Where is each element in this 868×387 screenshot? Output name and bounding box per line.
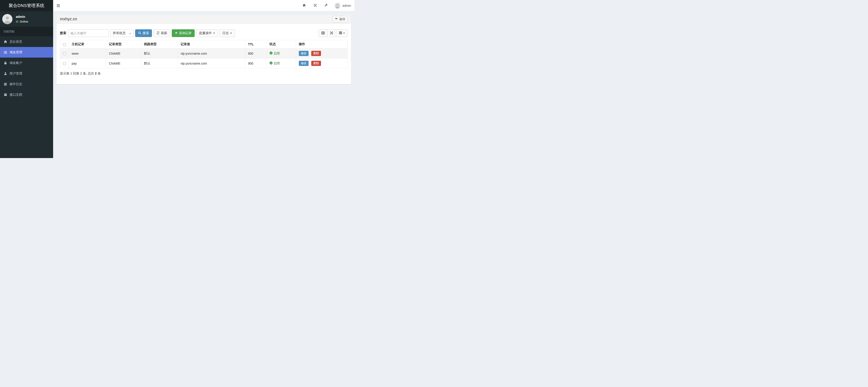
nav-user-menu[interactable]: admin [332, 0, 354, 11]
home-icon [3, 40, 7, 43]
top-navbar: admin [53, 0, 354, 11]
sidebar-item-dashboard[interactable]: 后台首页 [0, 36, 53, 47]
search-icon [138, 31, 143, 35]
row-checkbox[interactable] [63, 62, 66, 65]
sidebar-username: admin [16, 15, 28, 19]
toggle-view-button[interactable] [318, 29, 327, 37]
lock-icon [3, 61, 7, 65]
col-type: 记录类型 [106, 40, 141, 48]
sidebar: 聚合DNS管理系统 admin Online [0, 0, 53, 158]
page-title: mxhyz.cn [60, 17, 77, 22]
sidebar-toggle-button[interactable] [53, 0, 64, 11]
book-icon [3, 93, 7, 97]
fullscreen-icon [313, 4, 317, 8]
status-badge: 启用 [270, 51, 293, 56]
delete-button[interactable]: 删除 [311, 61, 321, 66]
row-checkbox[interactable] [63, 52, 66, 55]
col-line: 线路类型 [141, 40, 178, 48]
plus-icon [175, 31, 179, 35]
nav-home-button[interactable] [299, 0, 310, 11]
check-circle-icon [270, 61, 274, 65]
add-record-button[interactable]: 添加记录 [172, 29, 195, 37]
user-avatar [2, 14, 12, 24]
search-button[interactable]: 搜索 [135, 29, 152, 37]
edit-button[interactable]: 修改 [299, 61, 309, 66]
sidebar-item-logs[interactable]: 操作日志 [0, 79, 53, 90]
sidebar-user-panel: admin Online [0, 11, 53, 27]
records-table: 主机记录 记录类型 线路类型 记录值 TTL 状态 操作 www [60, 40, 348, 68]
status-badge: 启用 [270, 61, 293, 66]
table-toolbar: 搜索 所有状态 搜索 [60, 29, 348, 37]
table-header-row: 主机记录 记录类型 线路类型 记录值 TTL 状态 操作 [60, 40, 348, 48]
status-filter-select[interactable]: 所有状态 [110, 29, 133, 37]
table-row: www CNAME 默认 vip.yuncname.com 900 启 [60, 48, 348, 59]
caret-down-icon [230, 33, 232, 34]
caret-down-icon [343, 33, 345, 34]
batch-actions-button[interactable]: 批量操作 [196, 29, 218, 37]
home-icon [303, 4, 306, 8]
refresh-button[interactable]: 刷新 [153, 29, 170, 37]
online-dot-icon [16, 20, 18, 23]
card-view-icon [321, 31, 325, 35]
table-row: pay CNAME 默认 vip.yuncname.com 900 启 [60, 59, 348, 68]
refresh-icon [156, 31, 161, 35]
sidebar-item-accounts[interactable]: 域名账户 [0, 58, 53, 68]
pagination-summary: 显示第 1 到第 2 条, 总共 2 条 [60, 72, 348, 76]
nav-username: admin [342, 4, 351, 7]
log-icon [3, 82, 7, 86]
col-value: 记录值 [178, 40, 245, 48]
user-avatar [335, 3, 340, 8]
wrench-icon [324, 4, 328, 8]
table-fullscreen-button[interactable] [327, 29, 336, 37]
col-host: 主机记录 [69, 40, 106, 48]
log-dropdown-button[interactable]: 日志 [219, 29, 235, 37]
col-actions: 操作 [296, 40, 348, 48]
sidebar-item-users[interactable]: 用户管理 [0, 68, 53, 79]
columns-button[interactable] [336, 29, 348, 37]
edit-button[interactable]: 修改 [299, 51, 309, 56]
caret-down-icon [213, 33, 215, 34]
nav-settings-button[interactable] [321, 0, 332, 11]
chevron-down-icon [129, 32, 131, 34]
nav-fullscreen-button[interactable] [310, 0, 321, 11]
select-all-checkbox[interactable] [63, 43, 66, 46]
keyword-input[interactable] [68, 29, 109, 37]
app-root: 聚合DNS管理系统 admin Online [0, 0, 354, 158]
back-button[interactable]: 返回 [332, 16, 348, 23]
fullscreen-icon [330, 31, 333, 35]
search-label: 搜索 [60, 31, 66, 35]
sidebar-section-label: 功能导航 [0, 27, 53, 36]
grid-icon [339, 31, 342, 35]
sidebar-menu: 后台首页 域名管理 域名账户 [0, 36, 53, 100]
col-status: 状态 [267, 40, 296, 48]
sidebar-item-api-docs[interactable]: 接口文档 [0, 90, 53, 100]
col-ttl: TTL [245, 40, 267, 48]
main-content: mxhyz.cn 返回 搜索 所有状态 [53, 11, 354, 158]
delete-button[interactable]: 删除 [311, 51, 321, 56]
domain-records-panel: mxhyz.cn 返回 搜索 所有状态 [57, 15, 351, 84]
list-icon [3, 50, 7, 54]
check-circle-icon [270, 51, 274, 55]
reply-icon [335, 17, 339, 21]
table-view-controls [318, 29, 348, 37]
online-status: Online [20, 20, 28, 23]
sidebar-item-domains[interactable]: 域名管理 [0, 47, 53, 58]
app-title: 聚合DNS管理系统 [0, 0, 53, 11]
user-icon [3, 72, 7, 75]
